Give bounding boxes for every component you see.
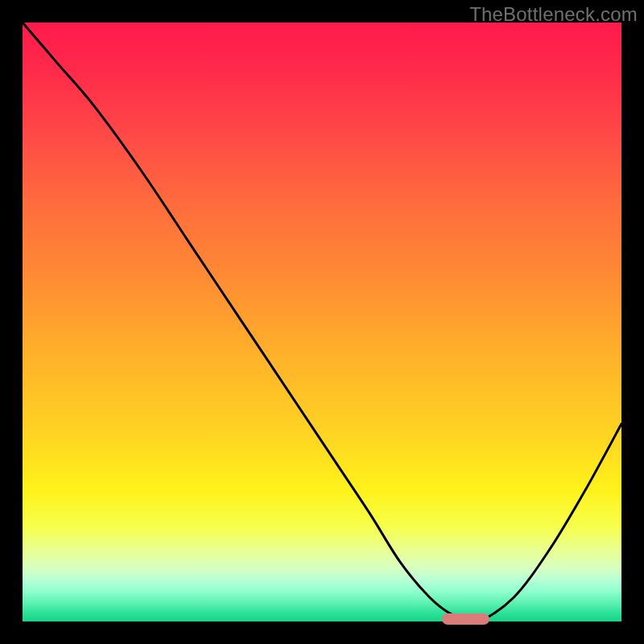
bottleneck-curve xyxy=(23,23,621,621)
optimal-marker xyxy=(442,613,490,625)
chart-frame: TheBottleneck.com xyxy=(0,0,644,644)
watermark-text: TheBottleneck.com xyxy=(469,3,638,26)
curve-path xyxy=(23,23,621,622)
